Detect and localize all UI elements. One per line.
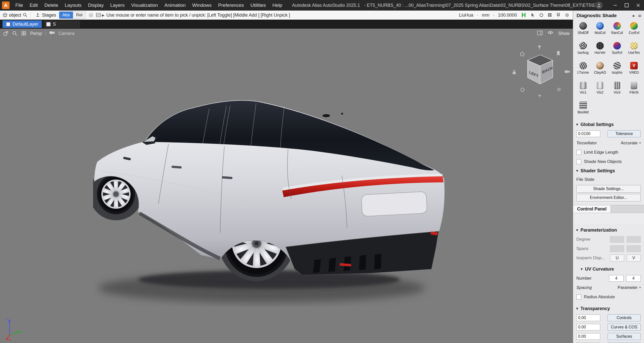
user-avatar[interactable] (595, 2, 603, 9)
shader-clayao[interactable]: ClayAO (592, 60, 609, 80)
shader-settings-header[interactable]: ▼ Shader Settings (573, 166, 644, 175)
panel-toggle-icon[interactable] (537, 31, 543, 36)
isoparm-v-button[interactable]: V (627, 254, 641, 262)
layer-swatch[interactable] (6, 22, 10, 26)
cube-camera-icon[interactable] (565, 70, 570, 75)
pointer-tool-icon[interactable] (530, 13, 535, 18)
transparency-controls-button[interactable]: Controls (608, 314, 641, 321)
stages-button[interactable]: Stages (35, 13, 56, 18)
menu-help[interactable]: Help (269, 0, 286, 11)
viewport-zoom-icon[interactable] (12, 31, 18, 36)
menu-layers[interactable]: Layers (107, 0, 128, 11)
menu-preferences[interactable]: Preferences (215, 0, 247, 11)
shader-isopho[interactable]: Isopho (609, 60, 626, 80)
menu-delete[interactable]: Delete (41, 0, 61, 11)
tolerance-input[interactable] (576, 131, 600, 137)
parameterization-header[interactable]: ▼ Parameterization (573, 226, 644, 235)
shader-shdoff[interactable]: ShdOff (575, 21, 592, 40)
transparency-partial-button[interactable] (608, 342, 641, 343)
object-selector[interactable]: object (3, 13, 28, 18)
scale-value[interactable]: 100.0000 (498, 13, 517, 18)
transparency-controls-input[interactable] (576, 315, 600, 321)
global-settings-header[interactable]: ▼ Global Settings (573, 120, 644, 129)
zoom-plus-icon[interactable] (538, 94, 543, 99)
orbit-tool-icon[interactable] (539, 13, 544, 18)
transparency-curves-input[interactable] (576, 324, 600, 330)
tessellator-dropdown[interactable]: Accurate ▾ (621, 141, 641, 146)
perspective-viewport[interactable]: Persp Camera Show (0, 29, 573, 343)
shader-vis1[interactable]: Vis1 (575, 80, 592, 100)
close-button[interactable]: × (632, 0, 644, 11)
shader-ltunne[interactable]: LTunne (575, 60, 592, 80)
rel-toggle[interactable]: Rel (73, 12, 86, 19)
shade-settings-button[interactable]: Shade Settings... (576, 185, 641, 193)
filest-cylinder-icon (631, 82, 637, 89)
minimize-button[interactable] (609, 0, 621, 11)
alias-logo-icon[interactable]: A (2, 2, 10, 9)
view-layout-grid-icon[interactable] (21, 31, 27, 36)
show-menu[interactable]: Show (558, 31, 570, 36)
shader-boxmd[interactable]: BoxMd (575, 100, 592, 120)
shader-rancol[interactable]: RanCol (609, 21, 626, 40)
camera-label[interactable]: Camera (58, 31, 74, 36)
control-panel-title[interactable]: Control Panel (573, 205, 611, 213)
maximize-button[interactable] (621, 0, 632, 11)
menu-windows[interactable]: Windows (189, 0, 215, 11)
stage-tab-s[interactable]: S (44, 20, 80, 28)
menu-visualization[interactable]: Visualization (128, 0, 161, 11)
gear-icon[interactable] (565, 13, 570, 18)
units-value[interactable]: mm (482, 13, 490, 18)
shader-mulcol[interactable]: MulCol (592, 21, 609, 40)
uv-number-v-input[interactable] (626, 275, 641, 282)
uv-curvature-header[interactable]: ▼ UV Curvature (573, 265, 644, 274)
isoparm-u-button[interactable]: U (610, 254, 624, 262)
visibility-eye-icon[interactable] (548, 31, 553, 36)
transparency-curves-button[interactable]: Curves & COS (608, 324, 641, 331)
shader-vred[interactable]: VRED (626, 60, 643, 80)
menu-animation[interactable]: Animation (161, 0, 189, 11)
history-badge[interactable]: H (521, 12, 526, 19)
pop-out-window-icon[interactable] (3, 31, 9, 36)
degree-v-field (627, 236, 641, 243)
transparency-surfaces-button[interactable]: Surfaces (608, 333, 641, 340)
menu-edit[interactable]: Edit (26, 0, 41, 11)
stage-checkbox[interactable] (46, 22, 51, 26)
shader-vis2[interactable]: Vis2 (592, 80, 609, 100)
construction-grid-button[interactable] (88, 13, 93, 18)
magnet-icon[interactable] (556, 13, 561, 18)
list-view-button[interactable] (96, 13, 101, 18)
lock-view-icon[interactable] (512, 70, 518, 75)
snap-grid-icon[interactable] (547, 13, 552, 18)
shade-new-objects-checkbox[interactable] (576, 159, 581, 164)
shader-surevl[interactable]: SurEvl (609, 40, 626, 60)
shader-filest[interactable]: FileSt (626, 80, 643, 100)
tolerance-button[interactable]: Tolerance (608, 130, 641, 137)
radius-absolute-checkbox[interactable] (576, 294, 581, 299)
pin-view-icon[interactable] (538, 45, 543, 50)
panel-play-icon[interactable]: ▸ (633, 13, 635, 18)
car-model-render[interactable] (93, 93, 450, 307)
uv-number-u-input[interactable] (609, 275, 624, 282)
camera-icon[interactable] (49, 31, 55, 36)
search-icon[interactable] (23, 13, 28, 18)
panel-menu-icon[interactable]: ≡ (638, 13, 641, 18)
menu-layouts[interactable]: Layouts (61, 0, 85, 11)
shader-horver[interactable]: HorVer (592, 40, 609, 60)
layer-tab-defaultlayer[interactable]: DefaultLayer (3, 20, 42, 28)
limit-edge-checkbox[interactable] (576, 150, 581, 155)
shader-vis3[interactable]: Vis3 (609, 80, 626, 100)
menu-file[interactable]: File (12, 0, 26, 11)
shader-isoang[interactable]: IsoAng (575, 40, 592, 60)
spacing-dropdown[interactable]: Parameter ▾ (618, 285, 641, 290)
view-name-label[interactable]: Persp (30, 31, 42, 36)
shader-curevl[interactable]: CurEvl (626, 21, 643, 40)
menu-display[interactable]: Display (85, 0, 107, 11)
abs-toggle[interactable]: Abs (59, 12, 73, 19)
view-cube[interactable]: LEFT BACK (521, 51, 559, 89)
shader-usetex[interactable]: UseTex (626, 40, 643, 60)
menu-utilities[interactable]: Utilities (247, 0, 269, 11)
prompt-expander-icon[interactable]: ▶ (102, 13, 104, 17)
environment-editor-button[interactable]: Environment Editor... (576, 194, 641, 201)
transparency-header[interactable]: ▼ Transparency (573, 304, 644, 313)
transparency-surfaces-input[interactable] (576, 333, 600, 340)
